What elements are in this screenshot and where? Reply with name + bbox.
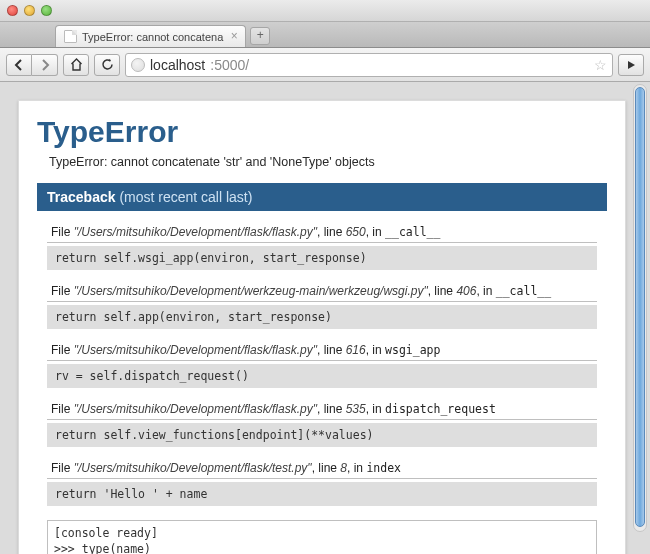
- close-window-icon[interactable]: [7, 5, 18, 16]
- frame-header: File "/Users/mitsuhiko/Development/werkz…: [47, 284, 597, 302]
- traceback-frame[interactable]: File "/Users/mitsuhiko/Development/flask…: [47, 461, 597, 506]
- globe-icon: [131, 58, 145, 72]
- home-button[interactable]: [63, 54, 89, 76]
- frame-line: 406: [456, 284, 476, 298]
- frame-file: "/Users/mitsuhiko/Development/werkzeug-m…: [74, 284, 428, 298]
- frame-file: "/Users/mitsuhiko/Development/flask/flas…: [74, 402, 317, 416]
- traceback-frames: File "/Users/mitsuhiko/Development/flask…: [37, 211, 607, 554]
- frame-code: rv = self.dispatch_request(): [47, 364, 597, 388]
- frame-line: 616: [346, 343, 366, 357]
- vertical-scrollbar[interactable]: [633, 82, 647, 554]
- traceback-header: Traceback (most recent call last): [37, 183, 607, 211]
- traceback-frame[interactable]: File "/Users/mitsuhiko/Development/flask…: [47, 402, 597, 447]
- frame-func: __call__: [496, 284, 551, 298]
- browser-toolbar: localhost:5000/ ☆: [0, 48, 650, 82]
- error-message: TypeError: cannot concatenate 'str' and …: [49, 155, 607, 169]
- frame-code: return 'Hello ' + name: [47, 482, 597, 506]
- frame-file: "/Users/mitsuhiko/Development/flask/test…: [74, 461, 312, 475]
- play-icon: [626, 60, 636, 70]
- reload-button[interactable]: [94, 54, 120, 76]
- error-heading: TypeError: [37, 115, 607, 149]
- minimize-window-icon[interactable]: [24, 5, 35, 16]
- tab-title: TypeError: cannot concatena: [82, 31, 223, 43]
- scrollbar-track: [633, 84, 647, 532]
- browser-tab[interactable]: TypeError: cannot concatena ×: [55, 25, 246, 47]
- frame-header: File "/Users/mitsuhiko/Development/flask…: [47, 402, 597, 420]
- console-history-line: >>> type(name): [54, 542, 590, 554]
- traceback-frame[interactable]: File "/Users/mitsuhiko/Development/werkz…: [47, 284, 597, 329]
- frame-header: File "/Users/mitsuhiko/Development/flask…: [47, 343, 597, 361]
- frame-code: return self.wsgi_app(environ, start_resp…: [47, 246, 597, 270]
- frame-func: wsgi_app: [385, 343, 440, 357]
- frame-code: return self.app(environ, start_response): [47, 305, 597, 329]
- traceback-frame[interactable]: File "/Users/mitsuhiko/Development/flask…: [47, 343, 597, 388]
- go-button[interactable]: [618, 54, 644, 76]
- arrow-right-icon: [39, 59, 51, 71]
- window-controls: [7, 5, 52, 16]
- frame-line: 650: [346, 225, 366, 239]
- address-bar[interactable]: localhost:5000/ ☆: [125, 53, 613, 77]
- debug-console[interactable]: [console ready] >>> type(name) <type 'No…: [47, 520, 597, 554]
- frame-func: dispatch_request: [385, 402, 496, 416]
- browser-viewport: TypeError TypeError: cannot concatenate …: [0, 82, 650, 554]
- frame-func: index: [366, 461, 401, 475]
- frame-header: File "/Users/mitsuhiko/Development/flask…: [47, 225, 597, 243]
- frame-file: "/Users/mitsuhiko/Development/flask/flas…: [74, 343, 317, 357]
- reload-icon: [101, 58, 114, 71]
- forward-button[interactable]: [32, 54, 58, 76]
- bookmark-star-icon[interactable]: ☆: [594, 57, 607, 73]
- frame-file: "/Users/mitsuhiko/Development/flask/flas…: [74, 225, 317, 239]
- traceback-title-light: (most recent call last): [119, 189, 252, 205]
- werkzeug-debugger-page: TypeError TypeError: cannot concatenate …: [18, 100, 626, 554]
- arrow-left-icon: [13, 59, 25, 71]
- frame-func: __call__: [385, 225, 440, 239]
- url-host: localhost: [150, 57, 205, 73]
- zoom-window-icon[interactable]: [41, 5, 52, 16]
- frame-header: File "/Users/mitsuhiko/Development/flask…: [47, 461, 597, 479]
- browser-tabstrip: TypeError: cannot concatena × +: [0, 22, 650, 48]
- home-icon: [70, 58, 83, 71]
- scrollbar-thumb[interactable]: [635, 87, 645, 527]
- traceback-title-strong: Traceback: [47, 189, 116, 205]
- nav-button-group: [6, 54, 58, 76]
- frame-line: 535: [346, 402, 366, 416]
- console-ready: [console ready]: [54, 526, 590, 542]
- close-tab-icon[interactable]: ×: [228, 30, 240, 42]
- frame-code: return self.view_functions[endpoint](**v…: [47, 423, 597, 447]
- frame-line: 8: [340, 461, 347, 475]
- new-tab-button[interactable]: +: [250, 27, 270, 45]
- page-icon: [64, 30, 77, 43]
- url-path: :5000/: [210, 57, 249, 73]
- window-titlebar: [0, 0, 650, 22]
- back-button[interactable]: [6, 54, 32, 76]
- traceback-frame[interactable]: File "/Users/mitsuhiko/Development/flask…: [47, 225, 597, 270]
